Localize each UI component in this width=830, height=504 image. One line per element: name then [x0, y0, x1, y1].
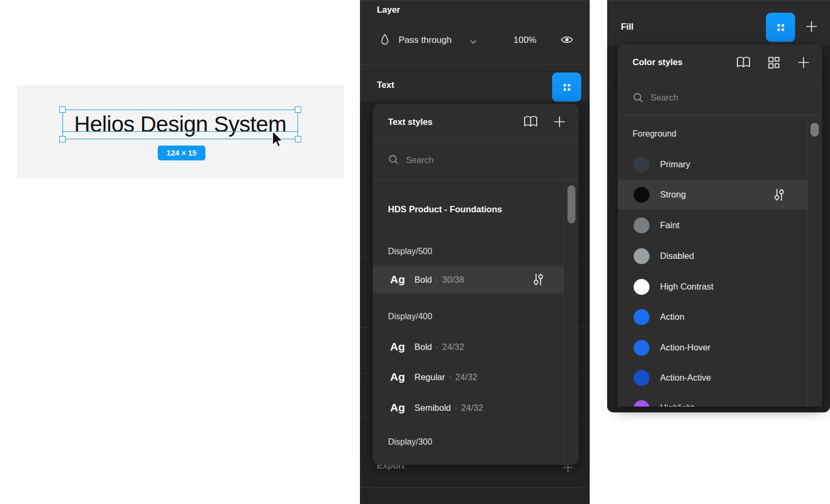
text-baseline-indicator: [62, 131, 298, 132]
text-styles-popup-title: Text styles: [388, 117, 432, 127]
style-value: 24/32: [461, 403, 483, 413]
text-styles-popup: Text styles: [373, 104, 579, 465]
style-preview: Ag: [390, 371, 405, 383]
color-name: Action-Hover: [660, 343, 710, 353]
style-preview: Ag: [390, 340, 405, 353]
open-book-icon: [736, 56, 751, 69]
plus-icon: [797, 56, 810, 69]
color-name: Highlight: [660, 403, 694, 407]
blend-droplet-icon: [379, 33, 391, 50]
selection-handle-top-right[interactable]: [295, 106, 301, 113]
color-style-option-action-hover[interactable]: Action-Hover: [618, 332, 807, 363]
color-style-option-faint[interactable]: Faint: [618, 210, 807, 240]
blend-mode-select[interactable]: Pass through: [399, 35, 452, 46]
selection-handle-top-left[interactable]: [59, 106, 66, 113]
add-fill-button[interactable]: [804, 19, 819, 34]
text-style-option-bold-30[interactable]: Ag Bold · 30/38: [373, 266, 563, 293]
style-preview: Ag: [390, 401, 405, 414]
color-swatch: [634, 187, 649, 203]
color-swatch: [634, 279, 649, 295]
color-styles-search-input[interactable]: [651, 93, 778, 103]
style-preview: Ag: [390, 273, 405, 286]
color-name: High Contrast: [660, 282, 714, 292]
selected-text-layer[interactable]: Helios Design System: [62, 110, 298, 139]
text-styles-search-input[interactable]: [406, 155, 533, 165]
section-divider: [360, 64, 590, 65]
grid-view-icon: [767, 56, 781, 69]
text-styles-button[interactable]: [552, 73, 581, 102]
figma-workspace: Helios Design System 124 × 15 Layer Pass…: [0, 0, 830, 504]
color-swatch: [634, 370, 649, 386]
scrollbar-track: [563, 180, 564, 465]
scrollbar-track: [807, 115, 808, 407]
library-header: HDS Product - Foundations: [388, 204, 502, 214]
color-styles-popup-title: Color styles: [633, 57, 682, 67]
text-style-option-bold-24[interactable]: Ag Bold · 24/32: [373, 334, 563, 360]
style-name: Regular: [414, 372, 445, 382]
color-swatch: [634, 157, 649, 173]
separator-dot: ·: [436, 342, 439, 352]
color-name: Primary: [660, 159, 690, 169]
color-swatch: [634, 248, 649, 264]
color-swatch: [634, 340, 649, 356]
open-library-button[interactable]: [523, 115, 538, 129]
color-styles-button[interactable]: [766, 13, 795, 42]
text-style-option-regular-24[interactable]: Ag Regular · 24/32: [373, 364, 563, 390]
color-group-header: Foreground: [618, 125, 676, 143]
plus-icon: [553, 115, 566, 129]
color-style-option-disabled[interactable]: Disabled: [618, 241, 807, 271]
color-swatch: [634, 400, 649, 407]
open-book-icon: [523, 115, 538, 129]
four-dots-icon: [773, 20, 789, 35]
create-text-style-button[interactable]: [553, 115, 566, 129]
color-name: Disabled: [660, 251, 694, 261]
style-name: Bold: [414, 342, 432, 352]
scrollbar-thumb[interactable]: [810, 123, 819, 137]
eye-icon[interactable]: [560, 34, 574, 48]
section-divider: [360, 488, 590, 488]
color-style-option-primary[interactable]: Primary: [618, 149, 807, 179]
color-name: Faint: [660, 220, 680, 230]
edit-style-sliders-icon[interactable]: [773, 188, 785, 202]
canvas-headline-text[interactable]: Helios Design System: [63, 110, 297, 139]
plus-icon: [804, 19, 819, 34]
four-dots-icon: [559, 79, 575, 95]
color-style-option-high-contrast[interactable]: High Contrast: [618, 272, 807, 302]
cursor-arrow-icon: [267, 130, 285, 151]
style-section-label: Display/400: [373, 308, 432, 326]
separator-dot: ·: [455, 403, 458, 413]
color-style-option-action[interactable]: Action: [618, 302, 807, 332]
selection-handle-bottom-right[interactable]: [295, 136, 301, 142]
chevron-down-icon[interactable]: [469, 38, 477, 47]
text-section-title: Text: [377, 80, 394, 90]
design-canvas[interactable]: Helios Design System 124 × 15: [17, 85, 344, 179]
color-styles-popup: Color styles: [618, 44, 822, 407]
search-icon: [388, 154, 400, 166]
style-name: Bold: [414, 275, 432, 285]
style-value: 24/32: [455, 372, 477, 382]
style-section-label: Display/500: [373, 242, 432, 260]
edit-style-sliders-icon[interactable]: [533, 273, 544, 286]
create-color-style-button[interactable]: [797, 56, 810, 69]
color-style-option-action-active[interactable]: Action-Active: [618, 363, 807, 393]
color-name: Action: [660, 312, 684, 322]
color-swatch: [634, 309, 649, 325]
selection-handle-bottom-left[interactable]: [59, 136, 66, 142]
scrollbar-thumb[interactable]: [567, 185, 575, 223]
open-library-button[interactable]: [736, 56, 751, 69]
search-icon: [633, 92, 644, 104]
style-value: 30/38: [443, 275, 464, 285]
style-name: Semibold: [414, 403, 451, 413]
text-style-option-semibold-24[interactable]: Ag Semibold · 24/32: [373, 394, 563, 421]
color-style-option-highlight[interactable]: Highlight: [618, 393, 807, 407]
color-name: Strong: [660, 190, 686, 200]
color-name: Action-Active: [660, 373, 711, 383]
color-swatch: [634, 218, 649, 233]
color-style-option-strong[interactable]: Strong: [618, 179, 807, 210]
layer-opacity-field[interactable]: 100%: [513, 35, 536, 46]
separator-dot: ·: [436, 275, 439, 285]
separator-dot: ·: [449, 372, 452, 382]
style-section-label: Display/300: [373, 433, 432, 451]
grid-view-button[interactable]: [767, 56, 781, 69]
layer-section-title: Layer: [377, 5, 400, 15]
